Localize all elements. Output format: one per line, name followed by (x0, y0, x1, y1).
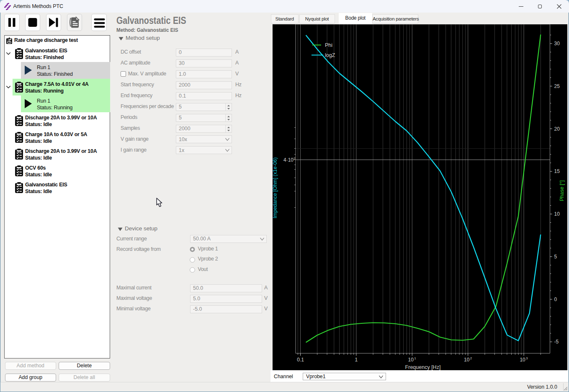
svg-text:-5: -5 (554, 339, 559, 345)
svg-text:10: 10 (408, 356, 414, 362)
svg-text:3: 3 (526, 356, 528, 360)
svg-text:logZ: logZ (325, 52, 335, 58)
svg-text:0.1: 0.1 (297, 356, 304, 362)
svg-text:10: 10 (520, 356, 525, 362)
svg-text:30: 30 (554, 41, 560, 46)
svg-text:Frequency [Hz]: Frequency [Hz] (405, 364, 441, 370)
svg-text:2: 2 (470, 356, 472, 360)
svg-text:2: 2 (294, 156, 296, 160)
svg-text:10: 10 (464, 356, 470, 362)
svg-text:1: 1 (414, 356, 416, 360)
svg-text:15: 15 (554, 168, 560, 174)
svg-text:1: 1 (355, 356, 358, 362)
svg-text:Phi: Phi (325, 42, 332, 48)
svg-text:25: 25 (554, 83, 560, 89)
svg-text:Impedance [Ohm] (x1e-06): Impedance [Ohm] (x1e-06) (273, 157, 278, 218)
svg-text:10: 10 (554, 211, 560, 217)
svg-text:5: 5 (554, 253, 557, 259)
svg-text:Phase [°]: Phase [°] (559, 180, 565, 201)
svg-text:20: 20 (554, 126, 560, 132)
svg-text:0: 0 (554, 296, 557, 302)
svg-text:4·10: 4·10 (283, 157, 294, 163)
